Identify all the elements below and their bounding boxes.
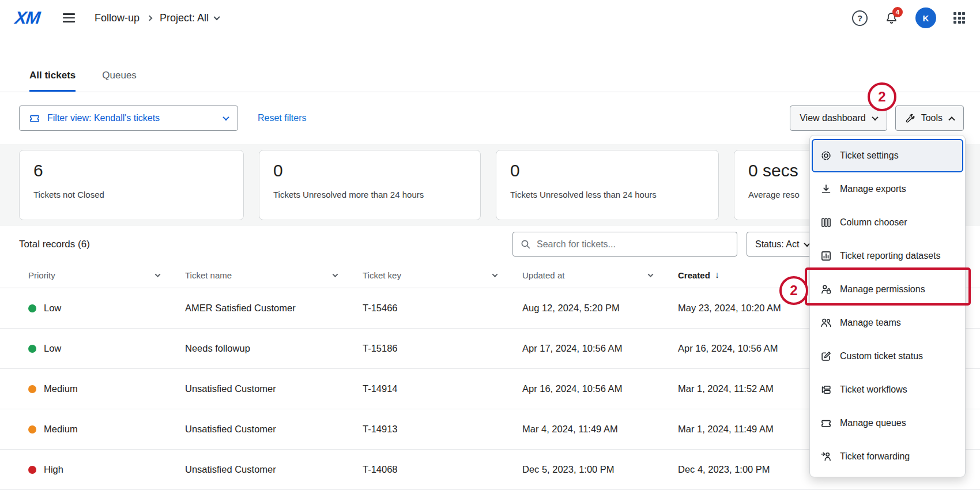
tab-all-tickets[interactable]: All tickets: [29, 70, 76, 92]
column-header-ticket-key[interactable]: Ticket key: [363, 270, 522, 280]
xm-logo: XM: [14, 8, 41, 28]
ticket-key-cell: T-14914: [363, 383, 522, 394]
ticket-name-cell: Unsatisfied Customer: [185, 424, 363, 435]
column-header-label: Ticket key: [363, 270, 401, 280]
menu-item-label: Ticket reporting datasets: [840, 251, 941, 261]
updated-at-cell: Mar 4, 2024, 11:49 AM: [522, 424, 678, 435]
tools-menu: Ticket settings Manage exports Column ch…: [809, 135, 966, 477]
stat-value: 0: [273, 161, 466, 180]
tools-label: Tools: [921, 113, 943, 123]
priority-label: High: [44, 464, 63, 475]
updated-at-cell: Dec 5, 2023, 1:00 PM: [522, 464, 678, 475]
ticket-key-cell: T-15186: [363, 343, 522, 354]
updated-at-cell: Aug 12, 2024, 5:20 PM: [522, 303, 678, 314]
sort-desc-icon: ↓: [715, 270, 719, 280]
ticket-name-cell: Unsatisfied Customer: [185, 383, 363, 394]
menu-item-label: Column chooser: [840, 217, 907, 228]
menu-item-label: Manage permissions: [840, 284, 925, 295]
priority-dot: [28, 466, 36, 474]
breadcrumb: Follow-up Project: All: [95, 12, 219, 24]
edit-icon: [820, 350, 832, 362]
breadcrumb-scope-label: Project: All: [160, 12, 209, 24]
updated-at-cell: Apr 17, 2024, 10:56 AM: [522, 343, 678, 354]
notifications-button[interactable]: 4: [885, 12, 898, 25]
menu-item-ticket-forwarding[interactable]: Ticket forwarding: [810, 440, 965, 473]
menu-item-column-chooser[interactable]: Column chooser: [810, 206, 965, 239]
column-header-label: Updated at: [522, 270, 564, 280]
ticket-key-cell: T-14068: [363, 464, 522, 475]
columns-icon: [820, 217, 832, 228]
tab-queues[interactable]: Queues: [102, 70, 137, 92]
ticket-name-cell: Needs followup: [185, 343, 363, 354]
filter-view-dropdown[interactable]: Filter view: Kendall's tickets: [19, 105, 238, 131]
ticket-key-cell: T-15466: [363, 303, 522, 314]
chevron-down-icon: [155, 272, 161, 277]
person-arrow-icon: [820, 451, 832, 462]
tab-bar: All tickets Queues: [0, 36, 980, 92]
menu-item-label: Manage queues: [840, 418, 906, 428]
chevron-up-icon: [948, 116, 955, 123]
total-records-label: Total records (6): [19, 239, 90, 250]
ticket-name-cell: AMER Satisfied Customer: [185, 303, 363, 314]
filter-view-label: Filter view: Kendall's tickets: [47, 113, 160, 123]
menu-item-ticket-workflows[interactable]: Ticket workflows: [810, 373, 965, 406]
priority-dot: [28, 425, 36, 434]
notification-badge: 4: [892, 7, 903, 17]
menu-item-manage-exports[interactable]: Manage exports: [810, 172, 965, 206]
chevron-right-icon: [147, 15, 153, 21]
annotation-step-permissions: 2: [779, 276, 808, 305]
reset-filters-link[interactable]: Reset filters: [258, 113, 306, 123]
view-dashboard-button[interactable]: View dashboard: [790, 105, 887, 131]
view-dashboard-label: View dashboard: [800, 113, 865, 123]
stat-label: Tickets not Closed: [33, 190, 229, 199]
stat-card-unresolved-more-24h: 0 Tickets Unresolved more than 24 hours: [259, 150, 481, 220]
ticket-name-cell: Unsatisfied Customer: [185, 464, 363, 475]
app-grid-icon[interactable]: [953, 12, 965, 24]
menu-item-ticket-settings[interactable]: Ticket settings: [812, 139, 963, 172]
search-input[interactable]: [537, 239, 730, 250]
search-icon: [520, 239, 531, 250]
breadcrumb-project[interactable]: Follow-up: [95, 12, 140, 24]
menu-item-custom-ticket-status[interactable]: Custom ticket status: [810, 340, 965, 373]
people-icon: [820, 317, 832, 329]
help-icon[interactable]: ?: [852, 10, 868, 26]
menu-item-label: Ticket workflows: [840, 385, 907, 395]
priority-label: Low: [44, 343, 61, 354]
priority-dot: [28, 304, 36, 312]
menu-item-manage-queues[interactable]: Manage queues: [810, 406, 965, 440]
column-header-ticket-name[interactable]: Ticket name: [185, 270, 363, 280]
chevron-down-icon: [333, 272, 338, 277]
menu-item-manage-permissions[interactable]: Manage permissions: [810, 273, 965, 306]
column-header-updated-at[interactable]: Updated at: [522, 270, 678, 280]
search-box: [512, 232, 737, 257]
hamburger-menu-icon[interactable]: [63, 13, 75, 22]
app-window: XM Follow-up Project: All ? 4 K: [0, 0, 980, 490]
priority-label: Low: [44, 303, 61, 314]
breadcrumb-scope[interactable]: Project: All: [160, 12, 219, 24]
menu-item-ticket-reporting-datasets[interactable]: Ticket reporting datasets: [810, 239, 965, 273]
priority-label: Medium: [44, 424, 78, 435]
stat-value: 6: [33, 161, 229, 180]
column-header-label: Created: [678, 270, 710, 280]
gear-icon: [820, 150, 832, 161]
priority-dot: [28, 345, 36, 353]
ticket-key-cell: T-14913: [363, 424, 522, 435]
menu-item-manage-teams[interactable]: Manage teams: [810, 306, 965, 340]
menu-item-label: Ticket forwarding: [840, 451, 910, 462]
priority-dot: [28, 385, 36, 393]
stat-value: 0: [510, 161, 704, 180]
avatar[interactable]: K: [915, 7, 936, 28]
workflow-icon: [820, 384, 832, 395]
chevron-down-icon: [213, 14, 220, 20]
ticket-icon: [820, 417, 832, 429]
stat-card-unresolved-less-24h: 0 Tickets Unresolved less than 24 hours: [496, 150, 719, 220]
tools-button[interactable]: Tools: [895, 105, 964, 131]
report-chart-icon: [820, 250, 832, 262]
column-header-priority[interactable]: Priority: [28, 270, 185, 280]
stat-card-not-closed: 6 Tickets not Closed: [19, 150, 244, 220]
menu-item-label: Custom ticket status: [840, 351, 923, 361]
menu-item-label: Ticket settings: [840, 150, 899, 161]
updated-at-cell: Apr 16, 2024, 10:56 AM: [522, 383, 678, 394]
menu-item-label: Manage teams: [840, 318, 901, 328]
column-header-label: Ticket name: [185, 270, 232, 280]
